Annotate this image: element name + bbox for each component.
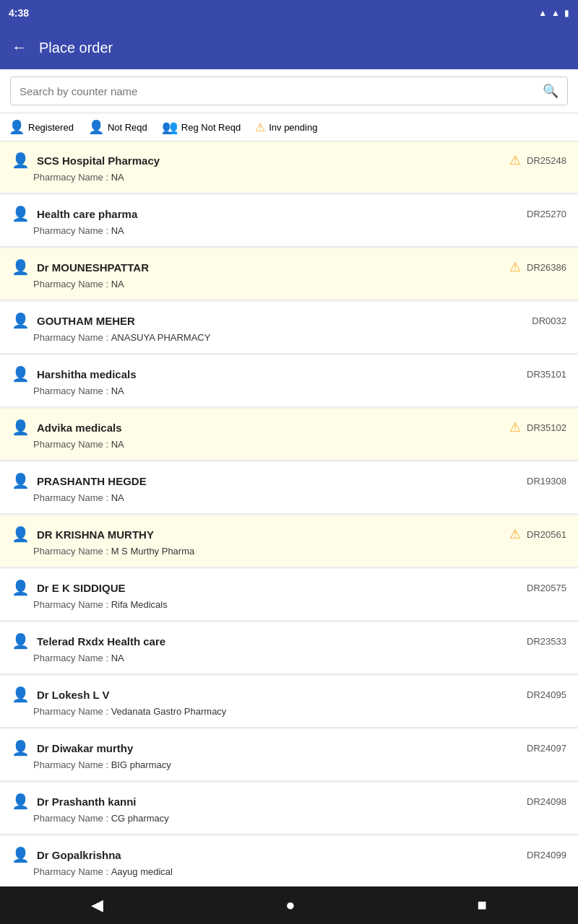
- nav-home-button[interactable]: ●: [285, 896, 295, 915]
- page-title: Place order: [39, 40, 113, 56]
- list-item[interactable]: 👤 Dr Gopalkrishna DR24099 Pharmacy Name …: [0, 836, 578, 888]
- pharmacy-value: NA: [111, 279, 124, 289]
- item-pharmacy: Pharmacy Name : M S Murthy Pharma: [33, 546, 566, 557]
- pharmacy-value: NA: [111, 492, 124, 503]
- item-name: Dr Diwakar murthy: [37, 742, 133, 754]
- list-item[interactable]: 👤 Dr Diwakar murthy DR24097 Pharmacy Nam…: [0, 729, 578, 781]
- user-icon: 👤: [12, 739, 30, 757]
- back-button[interactable]: ←: [12, 38, 27, 57]
- item-id: DR19308: [527, 476, 566, 487]
- list-item[interactable]: 👤 Advika medicals ⚠ DR35102 Pharmacy Nam…: [0, 409, 578, 461]
- pharmacy-value: NA: [111, 653, 124, 663]
- item-id: DR20561: [527, 529, 566, 540]
- legend-inv-pending: ⚠ Inv pending: [255, 121, 317, 134]
- item-pharmacy: Pharmacy Name : Aayug medical: [33, 866, 566, 877]
- pharmacy-value: CG pharmacy: [111, 813, 169, 824]
- item-id: DR0032: [532, 315, 566, 326]
- item-pharmacy: Pharmacy Name : Vedanata Gastro Pharmacy: [33, 706, 566, 717]
- legend-inv-pending-label: Inv pending: [269, 122, 317, 133]
- item-id: DR25248: [527, 155, 566, 166]
- nav-recent-button[interactable]: ■: [478, 896, 487, 915]
- inv-pending-icon: ⚠: [255, 121, 265, 134]
- pharmacy-value: Aayug medical: [111, 866, 173, 877]
- item-name: Dr E K SIDDIQUE: [37, 582, 126, 594]
- warning-icon: ⚠: [509, 259, 521, 275]
- bottom-nav: ◀ ● ■: [0, 886, 578, 924]
- item-name: Harshitha medicals: [37, 368, 137, 380]
- legend-registered: 👤 Registered: [9, 119, 74, 135]
- item-id: DR20575: [527, 583, 566, 593]
- item-pharmacy: Pharmacy Name : CG pharmacy: [33, 813, 566, 824]
- search-input-wrap: 🔍: [10, 77, 568, 105]
- warning-icon: ⚠: [509, 152, 521, 168]
- item-name: Dr Gopalkrishna: [37, 849, 121, 861]
- list-item[interactable]: 👤 Dr E K SIDDIQUE DR20575 Pharmacy Name …: [0, 569, 578, 621]
- item-name: Advika medicals: [37, 422, 122, 434]
- pharmacy-value: NA: [111, 172, 124, 183]
- legend-reg-not-reqd: 👥 Reg Not Reqd: [162, 119, 241, 135]
- user-icon: 👤: [12, 472, 30, 489]
- item-id: DR35101: [527, 369, 566, 380]
- pharmacy-value: NA: [111, 439, 124, 450]
- item-id: DR35102: [527, 422, 566, 433]
- warning-icon: ⚠: [509, 419, 521, 435]
- pharmacy-value: NA: [111, 225, 124, 236]
- search-input[interactable]: [20, 85, 543, 97]
- item-name: Telerad Rxdx Health care: [37, 635, 165, 648]
- list-item[interactable]: 👤 Harshitha medicals DR35101 Pharmacy Na…: [0, 355, 578, 407]
- item-pharmacy: Pharmacy Name : NA: [33, 492, 566, 503]
- list-item[interactable]: 👤 GOUTHAM MEHER DR0032 Pharmacy Name : A…: [0, 302, 578, 354]
- item-id: DR26386: [527, 262, 566, 273]
- user-icon: 👤: [12, 526, 30, 543]
- warning-icon: ⚠: [509, 526, 521, 542]
- pharmacy-value: Vedanata Gastro Pharmacy: [111, 706, 227, 717]
- item-id: DR24095: [527, 689, 566, 700]
- item-name: Dr Prashanth kanni: [37, 796, 137, 808]
- user-icon: 👤: [12, 365, 30, 383]
- user-icon: 👤: [12, 205, 30, 222]
- not-reqd-icon: 👤: [88, 119, 104, 135]
- user-icon: 👤: [12, 793, 30, 810]
- item-name: Dr Lokesh L V: [37, 689, 110, 701]
- legend-reg-not-reqd-label: Reg Not Reqd: [181, 122, 241, 133]
- status-icons: ▲ ▲ ▮: [538, 8, 569, 18]
- item-pharmacy: Pharmacy Name : ANASUYA PHARMACY: [33, 332, 566, 343]
- item-id: DR24099: [527, 850, 566, 860]
- list-item[interactable]: 👤 Dr Prashanth kanni DR24098 Pharmacy Na…: [0, 783, 578, 834]
- item-pharmacy: Pharmacy Name : NA: [33, 172, 566, 183]
- item-name: DR KRISHNA MURTHY: [37, 528, 154, 541]
- list-item[interactable]: 👤 Dr Lokesh L V DR24095 Pharmacy Name : …: [0, 676, 578, 728]
- item-name: Dr MOUNESHPATTAR: [37, 261, 149, 274]
- list-item[interactable]: 👤 PRASHANTH HEGDE DR19308 Pharmacy Name …: [0, 462, 578, 514]
- item-id: DR24098: [527, 796, 566, 807]
- counter-list: 👤 SCS Hospital Pharmacy ⚠ DR25248 Pharma…: [0, 141, 578, 888]
- item-id: DR25270: [527, 209, 566, 219]
- item-pharmacy: Pharmacy Name : NA: [33, 279, 566, 289]
- pharmacy-value: ANASUYA PHARMACY: [111, 332, 211, 343]
- legend-not-reqd: 👤 Not Reqd: [88, 119, 147, 135]
- pharmacy-value: M S Murthy Pharma: [111, 546, 195, 557]
- item-pharmacy: Pharmacy Name : BIG pharmacy: [33, 759, 566, 770]
- nav-back-button[interactable]: ◀: [91, 896, 103, 915]
- item-pharmacy: Pharmacy Name : NA: [33, 385, 566, 396]
- pharmacy-value: BIG pharmacy: [111, 759, 171, 770]
- item-id: DR24097: [527, 743, 566, 754]
- list-item[interactable]: 👤 Health care pharma DR25270 Pharmacy Na…: [0, 195, 578, 247]
- search-container: 🔍: [0, 69, 578, 113]
- pharmacy-value: Rifa Medicals: [111, 599, 168, 610]
- user-icon: 👤: [12, 152, 30, 169]
- status-bar: 4:38 ▲ ▲ ▮: [0, 0, 578, 26]
- user-icon: 👤: [12, 419, 30, 436]
- item-id: DR23533: [527, 636, 566, 647]
- search-icon[interactable]: 🔍: [543, 83, 558, 99]
- list-item[interactable]: 👤 Telerad Rxdx Health care DR23533 Pharm…: [0, 622, 578, 674]
- item-name: SCS Hospital Pharmacy: [37, 154, 160, 167]
- list-item[interactable]: 👤 SCS Hospital Pharmacy ⚠ DR25248 Pharma…: [0, 141, 578, 193]
- user-icon: 👤: [12, 846, 30, 863]
- user-icon: 👤: [12, 579, 30, 596]
- item-pharmacy: Pharmacy Name : Rifa Medicals: [33, 599, 566, 610]
- item-pharmacy: Pharmacy Name : NA: [33, 225, 566, 236]
- list-item[interactable]: 👤 DR KRISHNA MURTHY ⚠ DR20561 Pharmacy N…: [0, 515, 578, 567]
- list-item[interactable]: 👤 Dr MOUNESHPATTAR ⚠ DR26386 Pharmacy Na…: [0, 248, 578, 300]
- status-time: 4:38: [9, 7, 29, 19]
